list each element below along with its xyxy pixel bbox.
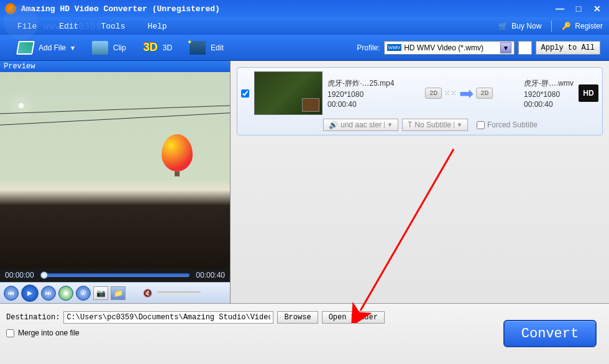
subtitle-select[interactable]: T No Subtitle ▼ [402, 119, 468, 131]
folder-icon: 📁 [114, 289, 123, 298]
menu-file[interactable]: File [6, 19, 48, 34]
edit-label: Edit [211, 43, 224, 52]
preview-content [162, 134, 193, 171]
titlebar: Amazing HD Video Converter (Unregistered… [0, 0, 609, 17]
divider [551, 20, 552, 32]
playback-controls: ⏮ ▶ ⏭ ■ ⦿ 📷 📁 🔇 [0, 282, 230, 303]
menu-help[interactable]: Help [136, 19, 178, 34]
merge-checkbox[interactable] [6, 329, 14, 337]
stop-button[interactable]: ■ [58, 286, 73, 301]
scissors-icon [92, 41, 108, 55]
time-slider[interactable] [40, 273, 190, 277]
src-2d-badge: 2D [425, 88, 442, 99]
volume-icon[interactable]: 🔇 [143, 289, 152, 298]
buy-now-label: Buy Now [511, 22, 541, 30]
volume-slider[interactable] [157, 291, 201, 294]
chevron-down-icon: ▾ [500, 42, 511, 53]
preview-panel: Preview 00:00:00 00:00:40 ⏮ ▶ ⏭ ■ ⦿ 📷 📁 … [0, 61, 230, 303]
bottom-panel: Destination: Browse Open Folder Merge in… [0, 303, 609, 364]
subtitle-icon: T [408, 121, 412, 129]
slider-thumb[interactable] [40, 271, 48, 279]
destination-label: Destination: [6, 313, 60, 322]
app-icon [5, 3, 16, 14]
item-checkbox[interactable] [241, 89, 249, 98]
timeline-bar: 00:00:00 00:00:40 [0, 268, 230, 282]
audio-track-label: und aac ster [341, 121, 382, 129]
clip-label: Clip [113, 43, 126, 52]
browse-button[interactable]: Browse [277, 311, 318, 324]
play-button[interactable]: ▶ [21, 284, 39, 302]
profile-select[interactable]: WMV HD WMV Video (*.wmv) ▾ [384, 41, 515, 55]
close-button[interactable]: ✕ [590, 4, 604, 14]
3d-button[interactable]: 3D 3D [135, 39, 181, 57]
dest-filename: 虎牙-胖….wmv [524, 78, 574, 89]
cart-icon: 🛒 [498, 22, 508, 30]
toolbar: Add File ▾ Clip 3D 3D Edit Profile: WMV … [0, 35, 609, 61]
dest-duration: 00:00:40 [524, 100, 574, 109]
convert-button[interactable]: Convert [503, 320, 597, 347]
subtitle-label: No Subtitle [414, 121, 451, 129]
hd-badge: HD [579, 84, 598, 102]
file-list-panel: 虎牙-胖炸·…25.mp4 1920*1080 00:00:40 2D ⁙⁙ ➡… [230, 61, 609, 303]
preview-content [0, 97, 230, 159]
item-thumbnail[interactable] [254, 71, 323, 115]
next-button[interactable]: ⏭ [41, 286, 56, 301]
audio-track-select[interactable]: 🔊 und aac ster ▼ [323, 119, 398, 131]
merge-label: Merge into one file [18, 329, 80, 337]
edit-icon [190, 41, 206, 55]
preview-label: Preview [0, 61, 230, 72]
3d-icon: 3D [144, 41, 158, 54]
source-filename: 虎牙-胖炸·…25.mp4 [327, 78, 394, 89]
forced-subtitle-checkbox[interactable] [477, 121, 485, 129]
window-title: Amazing HD Video Converter (Unregistered… [21, 4, 553, 14]
profile-value: HD WMV Video (*.wmv) [404, 43, 483, 52]
wmv-format-icon: WMV [387, 44, 402, 51]
3d-label: 3D [163, 43, 172, 52]
chevron-down-icon: ▼ [454, 122, 462, 128]
source-resolution: 1920*1080 [327, 90, 394, 99]
register-link[interactable]: 🔑 Register [562, 22, 603, 30]
clip-button[interactable]: Clip [83, 39, 135, 57]
destination-input[interactable] [63, 311, 273, 324]
settings-button[interactable]: ⚙ [518, 41, 532, 55]
dst-2d-badge: 2D [476, 88, 493, 99]
chevron-down-icon: ▼ [384, 122, 393, 128]
buy-now-link[interactable]: 🛒 Buy Now [498, 22, 541, 30]
menu-tools[interactable]: Tools [89, 19, 136, 34]
snapshot-button[interactable]: 📷 [93, 286, 108, 300]
forced-subtitle-label: Forced Subtitle [487, 121, 538, 129]
folder-button[interactable]: 📁 [111, 286, 126, 300]
maximize-button[interactable]: □ [572, 4, 585, 14]
open-folder-button[interactable]: Open Folder [322, 311, 385, 324]
minimize-button[interactable]: — [553, 4, 567, 14]
file-item[interactable]: 虎牙-胖炸·…25.mp4 1920*1080 00:00:40 2D ⁙⁙ ➡… [237, 67, 603, 135]
speaker-icon: 🔊 [329, 121, 338, 129]
add-file-label: Add File [39, 43, 66, 52]
arrow-right-icon: ➡ [459, 83, 474, 104]
camera-icon: 📷 [96, 289, 106, 298]
prev-button[interactable]: ⏮ [4, 286, 19, 301]
key-icon: 🔑 [562, 22, 571, 30]
add-file-button[interactable]: Add File ▾ [9, 39, 83, 57]
dest-resolution: 1920*1080 [524, 90, 574, 99]
time-total: 00:00:40 [196, 271, 225, 280]
forced-subtitle-toggle[interactable]: Forced Subtitle [472, 119, 543, 131]
time-current: 00:00:00 [5, 271, 34, 280]
step-button[interactable]: ⦿ [76, 286, 91, 301]
video-preview[interactable] [0, 72, 230, 268]
menubar: File Edit Tools Help 🛒 Buy Now 🔑 Registe… [0, 17, 609, 35]
chevron-down-icon: ▾ [71, 43, 75, 52]
gear-icon: ⚙ [521, 43, 528, 52]
apply-to-all-button[interactable]: Apply to All [536, 41, 600, 55]
edit-button[interactable]: Edit [181, 39, 232, 57]
menu-edit[interactable]: Edit [48, 19, 89, 34]
register-label: Register [575, 22, 603, 30]
source-duration: 00:00:40 [327, 100, 394, 109]
grid-icon: ⁙⁙ [444, 89, 457, 98]
profile-label: Profile: [357, 43, 380, 52]
film-icon [16, 41, 35, 55]
